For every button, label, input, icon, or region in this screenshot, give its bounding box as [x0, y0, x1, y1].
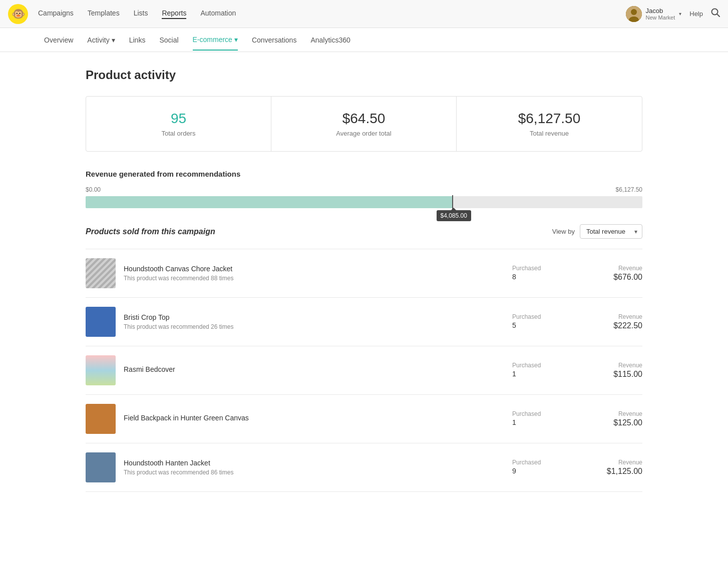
subnav-conversations[interactable]: Conversations [252, 30, 297, 50]
subnav-ecommerce[interactable]: E-commerce ▾ [193, 30, 238, 51]
product-info: Houndstooth Hanten Jacket This product w… [124, 459, 504, 476]
purchased-stat: Purchased 1 [512, 362, 552, 378]
view-by-select[interactable]: Total revenue Purchased [580, 224, 642, 239]
product-list: Houndstooth Canvas Chore Jacket This pro… [86, 249, 642, 492]
purchased-value: 9 [512, 467, 552, 475]
product-stats: Purchased 1 Revenue $115.00 [512, 362, 642, 379]
user-name: Jacob [646, 7, 675, 15]
chart-labels: $0.00 $6,127.50 [86, 186, 642, 193]
revenue-label: Revenue [592, 459, 642, 466]
product-stats: Purchased 9 Revenue $1,125.00 [512, 459, 642, 476]
product-name: Houndstooth Hanten Jacket [124, 459, 504, 467]
svg-point-1 [631, 9, 637, 15]
chart-tooltip: $4,085.00 [437, 210, 471, 221]
purchased-value: 5 [512, 321, 552, 329]
purchased-stat: Purchased 1 [512, 410, 552, 426]
subnav-activity[interactable]: Activity ▾ [87, 30, 115, 50]
revenue-stat: Revenue $676.00 [592, 265, 642, 282]
revenue-label: Revenue [592, 410, 642, 417]
chevron-down-icon: ▾ [679, 11, 681, 17]
product-name: Bristi Crop Top [124, 313, 504, 321]
revenue-label: Revenue [592, 362, 642, 369]
product-name: Field Backpack in Hunter Green Canvas [124, 414, 504, 422]
product-thumbnail [86, 258, 116, 288]
nav-lists[interactable]: Lists [134, 9, 148, 19]
revenue-chart-section: Revenue generated from recommendations $… [86, 170, 642, 208]
stat-total-revenue: $6,127.50 Total revenue [457, 97, 642, 151]
list-item: Houndstooth Canvas Chore Jacket This pro… [86, 249, 642, 298]
product-thumbnail [86, 307, 116, 337]
sub-nav: Overview Activity ▾ Links Social E-comme… [0, 28, 728, 52]
revenue-value: $1,125.00 [592, 467, 642, 476]
chevron-down-icon: ▾ [112, 36, 115, 44]
user-sub: New Market [646, 15, 675, 21]
revenue-stat: Revenue $1,125.00 [592, 459, 642, 476]
help-link[interactable]: Help [689, 10, 703, 18]
products-title: Products sold from this campaign [86, 227, 215, 236]
stat-avg-order: $64.50 Average order total [271, 97, 457, 151]
user-info[interactable]: Jacob New Market ▾ [626, 6, 682, 22]
total-revenue-value: $6,127.50 [469, 111, 630, 127]
purchased-stat: Purchased 5 [512, 313, 552, 329]
main-content: Product activity 95 Total orders $64.50 … [74, 52, 654, 508]
list-item: Field Backpack in Hunter Green Canvas Pu… [86, 395, 642, 443]
revenue-label: Revenue [592, 265, 642, 272]
product-thumbnail [86, 452, 116, 482]
top-nav-links: Campaigns Templates Lists Reports Automa… [38, 9, 626, 19]
view-by-label: View by [552, 228, 575, 235]
view-by-select-wrapper: Total revenue Purchased [580, 224, 642, 239]
chart-bar-fill: $4,085.00 [86, 196, 453, 208]
chart-min-label: $0.00 [86, 186, 101, 193]
purchased-label: Purchased [512, 265, 552, 272]
product-stats: Purchased 5 Revenue $222.50 [512, 313, 642, 330]
revenue-value: $676.00 [592, 273, 642, 282]
avatar [626, 6, 642, 22]
chevron-down-icon: ▾ [234, 36, 238, 44]
subnav-analytics360[interactable]: Analytics360 [310, 30, 350, 50]
purchased-value: 8 [512, 273, 552, 281]
total-orders-value: 95 [98, 111, 259, 127]
avg-order-label: Average order total [283, 130, 444, 137]
page-title: Product activity [86, 68, 642, 82]
product-thumbnail [86, 355, 116, 385]
stat-total-orders: 95 Total orders [86, 97, 271, 151]
revenue-stat: Revenue $115.00 [592, 362, 642, 379]
nav-campaigns[interactable]: Campaigns [38, 9, 74, 19]
purchased-value: 1 [512, 418, 552, 426]
revenue-stat: Revenue $125.00 [592, 410, 642, 427]
search-button[interactable] [711, 8, 720, 20]
subnav-social[interactable]: Social [159, 30, 178, 50]
revenue-stat: Revenue $222.50 [592, 313, 642, 330]
product-stats: Purchased 1 Revenue $125.00 [512, 410, 642, 427]
revenue-label: Revenue [592, 313, 642, 320]
subnav-overview[interactable]: Overview [44, 30, 73, 50]
revenue-value: $222.50 [592, 321, 642, 330]
list-item: Bristi Crop Top This product was recomme… [86, 298, 642, 346]
list-item: Houndstooth Hanten Jacket This product w… [86, 443, 642, 492]
purchased-value: 1 [512, 370, 552, 378]
chart-bar-container: $4,085.00 [86, 196, 642, 208]
view-by: View by Total revenue Purchased [552, 224, 642, 239]
product-thumbnail [86, 404, 116, 434]
product-stats: Purchased 8 Revenue $676.00 [512, 265, 642, 282]
product-info: Rasmi Bedcover [124, 365, 504, 375]
purchased-stat: Purchased 8 [512, 265, 552, 281]
svg-line-4 [717, 14, 719, 17]
chart-max-label: $6,127.50 [616, 186, 642, 193]
revenue-value: $125.00 [592, 418, 642, 427]
purchased-stat: Purchased 9 [512, 459, 552, 475]
top-nav-right: Jacob New Market ▾ Help [626, 6, 720, 22]
product-name: Rasmi Bedcover [124, 365, 504, 373]
stats-row: 95 Total orders $64.50 Average order tot… [86, 96, 642, 152]
nav-automation[interactable]: Automation [200, 9, 236, 19]
purchased-label: Purchased [512, 459, 552, 466]
top-nav: 🐵 Campaigns Templates Lists Reports Auto… [0, 0, 728, 28]
purchased-label: Purchased [512, 362, 552, 369]
subnav-links[interactable]: Links [129, 30, 146, 50]
total-orders-label: Total orders [98, 130, 259, 137]
nav-templates[interactable]: Templates [88, 9, 120, 19]
avg-order-value: $64.50 [283, 111, 444, 127]
nav-reports[interactable]: Reports [162, 9, 186, 19]
product-name: Houndstooth Canvas Chore Jacket [124, 265, 504, 273]
product-info: Bristi Crop Top This product was recomme… [124, 313, 504, 330]
